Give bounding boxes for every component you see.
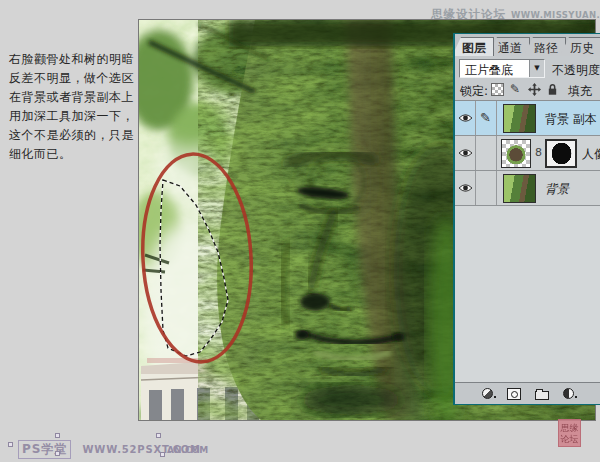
lock-transparency-icon[interactable] [491, 83, 504, 96]
layer-row-background[interactable]: 背景 [455, 171, 600, 206]
watermark-overlap: AN.COM [167, 445, 208, 455]
layer-row-background-copy[interactable]: ✎ 背景 副本 [455, 101, 600, 136]
psxt-watermark: PS学堂 WWW.52PSXT.COM AN.COM [18, 438, 201, 456]
tab-history[interactable]: 历史 [560, 37, 600, 56]
lock-label: 锁定: [460, 83, 488, 100]
tutorial-note: 右脸颧骨处和树的明暗 反差不明显，做个选区 在背景或者背景副本上 用加深工具加深… [9, 50, 141, 164]
layer-thumbnail[interactable] [501, 139, 531, 168]
layer-style-icon[interactable] [482, 388, 493, 399]
lock-pixels-icon[interactable]: ✎ [510, 83, 523, 96]
blend-mode-select[interactable]: 正片叠底 ▼ [459, 59, 545, 78]
stamp-text: 论坛 [559, 434, 580, 445]
tab-channels[interactable]: 通道 [488, 37, 530, 56]
note-line: 反差不明显，做个选区 [9, 69, 141, 88]
brush-icon: ✎ [480, 110, 491, 125]
note-line: 这个不是必须的，只是 [9, 126, 141, 145]
editing-indicator: ✎ [476, 101, 497, 135]
new-layer-set-icon[interactable] [535, 391, 549, 400]
tab-layers[interactable]: 图层 [453, 37, 494, 56]
visibility-toggle[interactable] [455, 171, 476, 205]
note-line: 右脸颧骨处和树的明暗 [9, 50, 141, 69]
opacity-label: 不透明度 [552, 62, 600, 79]
layer-thumbnail[interactable] [503, 104, 536, 133]
lock-row: 锁定: ✎ 填充 [455, 81, 600, 100]
transform-handle [160, 452, 165, 457]
tutorial-page: { "header": { "site_name": "思缘设计论坛", "si… [0, 0, 600, 462]
layer-row-portrait[interactable]: 8 人像 [455, 136, 600, 171]
new-adjustment-layer-icon[interactable] [563, 388, 574, 399]
layer-name[interactable]: 背景 [545, 181, 569, 198]
transform-handle [55, 433, 60, 438]
panel-footer [455, 382, 600, 404]
forum-url: WWW.MISSYUAN.COM [511, 10, 600, 20]
mode-cell-empty [476, 136, 497, 170]
visibility-toggle[interactable] [455, 101, 476, 135]
lock-position-icon[interactable] [528, 83, 541, 96]
chevron-down-icon[interactable]: ▼ [529, 60, 544, 77]
transform-handle [8, 442, 13, 447]
note-line: 细化而已。 [9, 145, 141, 164]
lock-all-icon[interactable] [547, 83, 560, 96]
mask-link-icon: 8 [535, 146, 542, 159]
blend-mode-row: 正片叠底 ▼ 不透明度 [455, 58, 600, 80]
layer-mask-thumbnail[interactable] [545, 139, 577, 168]
layers-list: ✎ 背景 副本 8 人像 背景 [455, 100, 600, 382]
note-line: 在背景或者背景副本上 [9, 88, 141, 107]
panel-tabs: 图层 通道 路径 历史 [455, 34, 600, 56]
tab-paths[interactable]: 路径 [524, 37, 566, 56]
layer-thumbnail[interactable] [503, 174, 536, 203]
fill-label: 填充 [568, 83, 592, 100]
forum-seal-stamp: 思缘 论坛 [558, 419, 581, 447]
layers-panel: 图层 通道 路径 历史 正片叠底 ▼ 不透明度 锁定: ✎ 填充 ✎ 背景 副本 [453, 33, 600, 405]
transform-handle [55, 451, 60, 456]
layer-name[interactable]: 人像 [582, 146, 600, 163]
add-layer-mask-icon[interactable] [507, 388, 521, 400]
layer-name[interactable]: 背景 副本 [545, 111, 597, 128]
watermark-brand: PS学堂 [18, 440, 71, 459]
stamp-text: 思缘 [559, 423, 580, 434]
visibility-toggle[interactable] [455, 136, 476, 170]
mode-cell-empty [476, 171, 497, 205]
transform-handle [156, 433, 161, 438]
note-line: 用加深工具加深一下， [9, 107, 141, 126]
blend-mode-value: 正片叠底 [465, 62, 513, 79]
forum-name: 思缘设计论坛 [431, 7, 506, 21]
